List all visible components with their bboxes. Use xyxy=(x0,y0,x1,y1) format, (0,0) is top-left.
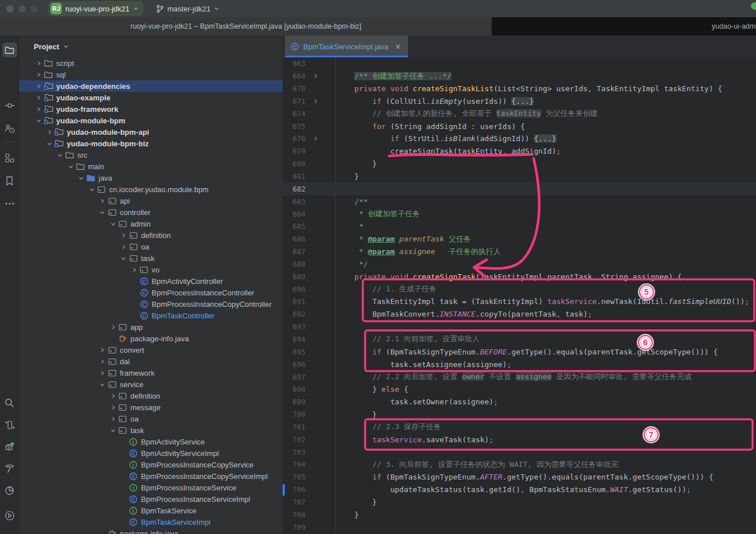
line-number[interactable]: 708 xyxy=(283,510,305,519)
editor-gutter[interactable]: 688 xyxy=(283,258,335,271)
code-line[interactable]: 681 } xyxy=(283,170,756,183)
tree-item[interactable]: IBpmActivityService xyxy=(19,436,283,447)
editor-gutter[interactable]: 681 xyxy=(283,170,335,183)
tree-item[interactable]: CBpmTaskServiceImpl xyxy=(19,516,283,528)
run-window-icon[interactable] xyxy=(0,416,19,434)
editor-gutter[interactable]: 685 xyxy=(283,220,335,233)
editor-gutter[interactable]: 704 xyxy=(283,458,335,471)
tree-chevron-icon[interactable] xyxy=(34,116,44,125)
line-number[interactable]: 675 xyxy=(283,122,305,131)
code-line[interactable]: 693 xyxy=(283,321,756,333)
code-line[interactable]: 702 taskService.saveTask(task); xyxy=(283,433,756,446)
tree-chevron-icon[interactable] xyxy=(97,357,107,366)
line-number[interactable]: 703 xyxy=(283,448,305,457)
editor-gutter[interactable]: 675 xyxy=(283,120,335,132)
line-number[interactable]: 699 xyxy=(283,397,305,406)
line-number[interactable]: 688 xyxy=(283,260,305,268)
tree-item[interactable]: definition xyxy=(19,390,283,402)
tree-chevron-icon[interactable] xyxy=(66,162,76,171)
line-number[interactable]: 692 xyxy=(283,310,305,318)
tree-item[interactable]: IBpmProcessInstanceService xyxy=(19,482,283,493)
code-line[interactable]: 680 } xyxy=(283,158,756,170)
editor-gutter[interactable]: 680 xyxy=(283,158,335,170)
line-number[interactable]: 686 xyxy=(283,235,305,243)
profiler-icon[interactable] xyxy=(0,482,19,499)
line-number[interactable]: 670 xyxy=(283,84,305,93)
code-line[interactable]: 701 // 2.3 保存子任务 xyxy=(283,420,756,433)
tree-item[interactable]: task xyxy=(19,252,283,264)
editor-gutter[interactable]: 691 xyxy=(283,295,335,308)
code-line[interactable]: 695 if (BpmTaskSignTypeEnum.BEFORE.getTy… xyxy=(283,345,756,358)
tree-item[interactable]: java xyxy=(19,172,283,184)
build-icon[interactable] xyxy=(0,460,19,477)
editor-gutter[interactable]: 695 xyxy=(283,345,335,358)
editor-gutter[interactable]: 694 xyxy=(283,333,335,346)
tree-item[interactable]: CBpmActivityController xyxy=(19,275,283,287)
line-number[interactable]: 701 xyxy=(283,423,305,431)
tree-item[interactable]: service xyxy=(19,379,283,390)
line-number[interactable]: 704 xyxy=(283,460,305,469)
editor-gutter[interactable]: 702 xyxy=(283,433,335,446)
code-line[interactable]: 663 xyxy=(283,57,756,70)
tree-item[interactable]: app xyxy=(19,321,283,333)
tree-chevron-icon[interactable] xyxy=(55,150,65,159)
code-line[interactable]: 688 */ xyxy=(283,258,756,271)
tree-chevron-icon[interactable] xyxy=(97,345,107,354)
editor-gutter[interactable]: 686 xyxy=(283,233,335,245)
editor-gutter[interactable]: 696 xyxy=(283,358,335,371)
tree-chevron-icon[interactable] xyxy=(108,426,118,435)
line-number[interactable]: 682 xyxy=(283,185,305,193)
tree-item[interactable]: main xyxy=(19,161,283,172)
code-line[interactable]: 686 * @param parentTask 父任务 xyxy=(283,233,756,245)
code-line[interactable]: 691 TaskEntityImpl task = (TaskEntityImp… xyxy=(283,295,756,308)
tree-item[interactable]: yudao-dependencies xyxy=(19,80,283,92)
search-icon[interactable] xyxy=(0,394,19,411)
line-number[interactable]: 681 xyxy=(283,172,305,181)
line-number[interactable]: 683 xyxy=(283,197,305,206)
code-line[interactable]: 704 // 3. 向后前签, 设置子任务的状态为 WAIT, 因为需要等父任务… xyxy=(283,458,756,471)
editor-gutter[interactable]: 709 xyxy=(283,521,335,533)
line-number[interactable]: 693 xyxy=(283,322,305,331)
code-line[interactable]: 698 } else { xyxy=(283,383,756,396)
code-line[interactable]: 685 * xyxy=(283,220,756,233)
editor-tab[interactable]: C BpmTaskServiceImpl.java ✕ xyxy=(285,36,408,57)
tree-item[interactable]: oa xyxy=(19,413,283,424)
editor-gutter[interactable]: 703 xyxy=(283,446,335,458)
code-line[interactable]: 700 } xyxy=(283,408,756,421)
code-line[interactable]: 676 if (StrUtil.isBlank(addSignId)) {...… xyxy=(283,132,756,145)
tree-item[interactable]: framework xyxy=(19,367,283,379)
editor-gutter[interactable]: 699 xyxy=(283,396,335,408)
line-number[interactable]: 664 xyxy=(283,72,305,80)
code-line[interactable]: 679 createSignTask(taskEntity, addSignId… xyxy=(283,145,756,158)
fold-chevron-icon[interactable] xyxy=(305,136,325,141)
services-icon[interactable] xyxy=(0,507,19,524)
minimize-window-button[interactable] xyxy=(18,5,26,13)
editor-gutter[interactable]: 708 xyxy=(283,508,335,521)
code-line[interactable]: 671 if (CollUtil.isEmpty(userIds)) {...} xyxy=(283,95,756,108)
code-line[interactable]: 670 private void createSignTaskList(List… xyxy=(283,83,756,95)
code-line[interactable]: 694 // 2.1 向前加签, 设置审批人 xyxy=(283,333,756,346)
tree-chevron-icon[interactable] xyxy=(108,391,118,400)
editor-gutter[interactable]: 674 xyxy=(283,107,335,120)
editor-gutter[interactable]: 671 xyxy=(283,95,335,108)
editor-gutter[interactable]: 676 xyxy=(283,132,335,145)
line-number[interactable]: 674 xyxy=(283,110,305,118)
code-line[interactable]: 682 xyxy=(283,182,756,195)
code-line[interactable]: 705 if (BpmTaskSignTypeEnum.AFTER.getTyp… xyxy=(283,471,756,484)
editor-gutter[interactable]: 693 xyxy=(283,321,335,333)
project-folder-icon[interactable] xyxy=(0,41,19,59)
structure-icon[interactable] xyxy=(0,149,19,166)
line-number[interactable]: 689 xyxy=(283,272,305,281)
editor-gutter[interactable]: 707 xyxy=(283,496,335,509)
code-line[interactable]: 690 // 1. 生成子任务 xyxy=(283,283,756,295)
editor-gutter[interactable]: 664 xyxy=(283,70,335,83)
bookmarks-icon[interactable] xyxy=(0,172,19,189)
code-line[interactable]: 703 xyxy=(283,446,756,458)
fold-chevron-icon[interactable] xyxy=(305,99,325,104)
tree-item[interactable]: CBpmTaskController xyxy=(19,310,283,321)
code-line[interactable]: 708 } xyxy=(283,508,756,521)
close-window-button[interactable] xyxy=(6,5,14,13)
editor-gutter[interactable]: 705 xyxy=(283,471,335,484)
line-number[interactable]: 671 xyxy=(283,97,305,106)
line-number[interactable]: 709 xyxy=(283,523,305,532)
